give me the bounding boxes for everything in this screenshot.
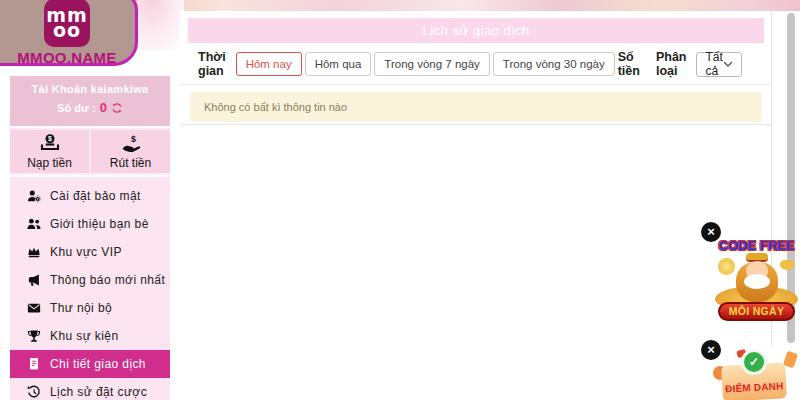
withdraw-label: Rút tiền — [110, 156, 151, 170]
sidebar-item-internal-mail[interactable]: Thư nội bộ — [10, 294, 170, 322]
category-select[interactable]: Tất cả — [696, 52, 741, 77]
filter-30days-button[interactable]: Trong vòng 30 ngày — [493, 52, 615, 76]
sidebar-item-event-area[interactable]: Khu sự kiện — [10, 322, 170, 350]
category-filter-label: Phân loại — [656, 50, 687, 78]
sidebar-item-label: Chi tiết giao dịch — [50, 357, 146, 371]
close-icon[interactable]: × — [701, 340, 721, 360]
filter-divider — [180, 84, 772, 85]
sidebar-menu: Cài đặt bảo mật Giới thiệu bạn bè Khu vự… — [10, 177, 170, 400]
banner-decor — [783, 351, 798, 369]
promo1-title: CODE FREE — [713, 238, 800, 253]
sidebar-item-label: Lịch sử đặt cược — [50, 385, 147, 399]
withdraw-button[interactable]: $ Rút tiền — [91, 130, 170, 173]
category-select-value: Tất cả — [705, 50, 722, 78]
sidebar-item-label: Cài đặt bảo mật — [50, 189, 141, 203]
time-filter-label: Thời gian — [198, 50, 226, 78]
account-box: Tài Khoản kaiamkiwa Số dư : 0 — [10, 76, 170, 126]
megaphone-icon — [27, 273, 41, 287]
empty-state-message: Không có bất kì thông tin nào — [204, 101, 347, 113]
filter-yesterday-button[interactable]: Hôm qua — [305, 52, 372, 76]
close-icon[interactable]: × — [701, 222, 721, 242]
history-icon — [27, 385, 41, 399]
promo-banner-diem-danh[interactable]: ĐIỂM DANH ✓ — [710, 348, 800, 400]
account-title: Tài Khoản kaiamkiwa — [10, 83, 170, 95]
promo2-title: ĐIỂM DANH — [722, 380, 786, 394]
svg-text:$: $ — [131, 134, 136, 144]
sidebar-item-vip-area[interactable]: Khu vực VIP — [10, 238, 170, 266]
deposit-button[interactable]: $ Nạp tiền — [10, 130, 89, 173]
brand-logo[interactable]: mm oo MMOO.NAME — [0, 0, 138, 66]
receipt-icon — [27, 357, 41, 371]
sidebar-item-label: Thông báo mới nhất — [50, 273, 165, 287]
filter-today-button[interactable]: Hôm nay — [236, 52, 302, 76]
svg-text:$: $ — [48, 135, 52, 143]
refresh-icon[interactable] — [111, 102, 123, 114]
checkmark-icon: ✓ — [741, 349, 767, 375]
sidebar-item-betting-history[interactable]: Lịch sử đặt cược — [10, 378, 170, 400]
deposit-label: Nạp tiền — [27, 156, 72, 170]
promo1-button[interactable]: MỖI NGÀY — [718, 302, 795, 321]
sidebar-item-transaction-details[interactable]: Chi tiết giao dịch — [10, 350, 170, 378]
sidebar-item-label: Khu sự kiện — [50, 329, 118, 343]
brand-name: MMOO.NAME — [0, 49, 135, 66]
sidebar-item-security-settings[interactable]: Cài đặt bảo mật — [10, 182, 170, 210]
amount-filter-label: Số tiền — [618, 50, 640, 78]
filter-7days-button[interactable]: Trong vòng 7 ngày — [374, 52, 489, 76]
user-gear-icon — [27, 189, 41, 203]
empty-state-alert: Không có bất kì thông tin nào — [190, 92, 762, 122]
deposit-icon: $ — [40, 133, 60, 153]
sidebar-item-label: Giới thiệu bạn bè — [50, 217, 149, 231]
friends-icon — [27, 217, 41, 231]
background-decor — [138, 0, 184, 50]
withdraw-icon: $ — [121, 133, 141, 153]
sidebar-item-label: Khu vực VIP — [50, 245, 122, 259]
balance-value: 0 — [100, 100, 107, 115]
sidebar-item-refer-friends[interactable]: Giới thiệu bạn bè — [10, 210, 170, 238]
page-title: Lịch sử giao dịch — [188, 18, 764, 43]
envelope-icon — [27, 301, 41, 315]
trophy-icon — [27, 329, 41, 343]
transaction-history-panel: Lịch sử giao dịch Thời gian Hôm nay Hôm … — [180, 11, 772, 125]
logo-text-bottom: oo — [53, 23, 81, 38]
sidebar-item-label: Thư nội bộ — [50, 301, 112, 315]
logo-icon: mm oo — [44, 0, 90, 47]
balance-label: Số dư : — [57, 102, 96, 114]
chevron-down-icon — [723, 61, 733, 68]
sidebar-item-latest-notifications[interactable]: Thông báo mới nhất — [10, 266, 170, 294]
promo-banner-code-free[interactable]: CODE FREE MỖI NGÀY — [713, 238, 800, 330]
filter-bar: Thời gian Hôm nay Hôm qua Trong vòng 7 n… — [180, 51, 772, 77]
actions-row: $ Nạp tiền $ Rút tiền — [10, 128, 170, 175]
crown-icon — [27, 245, 41, 259]
